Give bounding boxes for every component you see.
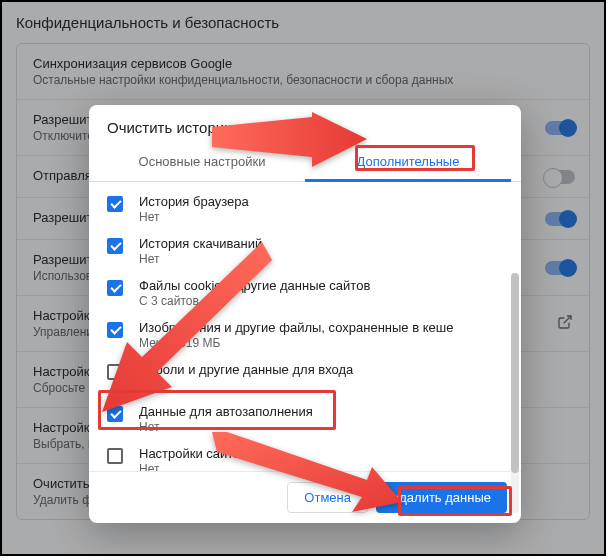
item-sub: Нет bbox=[139, 462, 240, 471]
item-sub: С 3 сайтов bbox=[139, 294, 370, 308]
cancel-button[interactable]: Отмена bbox=[287, 482, 368, 513]
delete-data-button[interactable]: Удалить данные bbox=[376, 482, 507, 513]
checkbox-download-history[interactable] bbox=[107, 238, 123, 254]
dialog-title: Очистить историю bbox=[89, 105, 521, 144]
item-sub: Нет bbox=[139, 378, 353, 392]
checkbox-site-settings[interactable] bbox=[107, 448, 123, 464]
checkbox-cached-images[interactable] bbox=[107, 322, 123, 338]
item-title: Изображения и другие файлы, сохраненные … bbox=[139, 320, 453, 335]
item-sub: Нет bbox=[139, 252, 262, 266]
item-title: Файлы cookie и другие данные сайтов bbox=[139, 278, 370, 293]
list-item[interactable]: Файлы cookie и другие данные сайтовС 3 с… bbox=[107, 272, 513, 314]
dialog-list: История браузераНет История скачиванийНе… bbox=[89, 182, 521, 471]
item-title: Данные для автозаполнения bbox=[139, 404, 313, 419]
item-title: История скачиваний bbox=[139, 236, 262, 251]
list-item[interactable]: История скачиванийНет bbox=[107, 230, 513, 272]
dialog-tabs: Основные настройки Дополнительные bbox=[89, 144, 521, 182]
list-item[interactable]: Данные для автозаполненияНет bbox=[107, 398, 513, 440]
list-item[interactable]: Изображения и другие файлы, сохраненные … bbox=[107, 314, 513, 356]
tab-basic[interactable]: Основные настройки bbox=[99, 144, 305, 181]
checkbox-autofill[interactable] bbox=[107, 406, 123, 422]
list-item[interactable]: История браузераНет bbox=[107, 188, 513, 230]
checkbox-browsing-history[interactable] bbox=[107, 196, 123, 212]
list-item[interactable]: Пароли и другие данные для входаНет bbox=[107, 356, 513, 398]
item-sub: Менее 319 МБ bbox=[139, 336, 453, 350]
list-item[interactable]: Настройки сайтаНет bbox=[107, 440, 513, 471]
scrollbar-thumb[interactable] bbox=[511, 273, 519, 473]
item-title: История браузера bbox=[139, 194, 249, 209]
item-title: Пароли и другие данные для входа bbox=[139, 362, 353, 377]
item-title: Настройки сайта bbox=[139, 446, 240, 461]
item-sub: Нет bbox=[139, 210, 249, 224]
clear-history-dialog: Очистить историю Основные настройки Допо… bbox=[89, 105, 521, 523]
dialog-footer: Отмена Удалить данные bbox=[89, 471, 521, 523]
tab-advanced[interactable]: Дополнительные bbox=[305, 144, 511, 182]
checkbox-passwords[interactable] bbox=[107, 364, 123, 380]
item-sub: Нет bbox=[139, 420, 313, 434]
checkbox-cookies[interactable] bbox=[107, 280, 123, 296]
